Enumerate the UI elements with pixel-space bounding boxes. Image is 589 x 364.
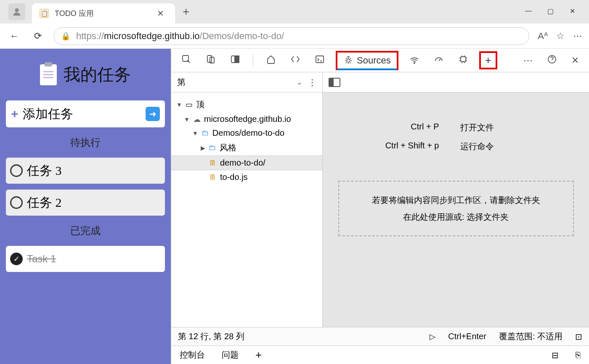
devtools-panel: Sources + ⋯ ✕ 第 ⌄ ⋮ ▼▭顶 ▼☁microsof xyxy=(171,49,589,364)
minimize-button[interactable]: — xyxy=(524,7,533,15)
sources-sub-bar: 第 ⌄ ⋮ xyxy=(171,72,589,92)
svg-rect-2 xyxy=(207,55,212,62)
more-button[interactable]: ⋯ xyxy=(573,31,582,42)
task-text: 任务 3 xyxy=(27,162,62,179)
devtools-tabs: Sources + ⋯ ✕ xyxy=(171,49,589,72)
run-icon[interactable]: ▷ xyxy=(430,332,435,341)
svg-rect-5 xyxy=(235,56,239,63)
tab-title: TODO 应用 xyxy=(55,8,154,18)
checkbox-checked-icon[interactable]: ✓ xyxy=(10,253,23,265)
source-map-icon[interactable]: ⊡ xyxy=(575,332,582,342)
todo-app: 我的任务 + 添加任务 ➜ 待执行 任务 3 任务 2 已完成 ✓ Task 1 xyxy=(0,49,171,364)
window-controls: — ▢ ✕ xyxy=(524,7,589,24)
shortcut-key: Ctrl + Shift + p xyxy=(368,141,439,152)
address-bar: ← ⟳ 🔒 https://microsoftedge.github.io/De… xyxy=(0,24,589,49)
sources-tab-label: Sources xyxy=(357,55,391,66)
svg-rect-9 xyxy=(461,57,466,62)
task-text: 任务 2 xyxy=(27,194,62,211)
dock-icon[interactable] xyxy=(227,52,244,69)
tree-path[interactable]: ▼🗀Demos/demo-to-do xyxy=(171,126,322,140)
lock-icon[interactable]: 🔒 xyxy=(61,32,70,41)
shortcut-key: Ctrl + P xyxy=(368,122,439,133)
plus-icon: + xyxy=(11,107,19,121)
shortcut-label: 打开文件 xyxy=(460,122,544,133)
checkbox-unchecked-icon[interactable] xyxy=(10,196,23,209)
more-options-icon[interactable]: ⋮ xyxy=(308,77,316,87)
back-button[interactable]: ← xyxy=(7,29,22,44)
network-tab-icon[interactable] xyxy=(406,52,423,69)
drawer-console-tab[interactable]: 控制台 xyxy=(180,349,205,361)
task-text: Task 1 xyxy=(27,253,56,265)
tree-file-html[interactable]: 🗎demo-to-do/ xyxy=(171,156,322,170)
tree-top[interactable]: ▼▭顶 xyxy=(171,97,322,112)
drawer-icon-1[interactable]: ⊟ xyxy=(552,350,559,360)
tree-folder[interactable]: ▶🗀风格 xyxy=(171,140,322,156)
browser-tab[interactable]: 📋 TODO 应用 ✕ xyxy=(32,3,175,24)
sources-tab[interactable]: Sources xyxy=(336,51,398,70)
performance-tab-icon[interactable] xyxy=(430,52,447,69)
tree-host[interactable]: ▼☁microsoftedge.github.io xyxy=(171,112,322,126)
read-aloud-button[interactable]: Aᴬ xyxy=(538,31,548,42)
tree-file-js[interactable]: 🗎to-do.js xyxy=(171,170,322,184)
dropdown-icon[interactable]: ⌄ xyxy=(297,78,302,86)
inspect-icon[interactable] xyxy=(178,52,195,69)
workspace-drop-zone[interactable]: 若要将编辑内容同步到工作区，请删除文件夹 在此处使用源或: 选择文件夹 xyxy=(338,181,574,236)
svg-point-8 xyxy=(414,63,415,63)
sources-subtab-label[interactable]: 第 xyxy=(177,76,291,88)
shortcut-label: 运行命令 xyxy=(460,141,544,152)
new-tab-button[interactable]: + xyxy=(175,5,197,24)
close-devtools-icon[interactable]: ✕ xyxy=(568,53,582,69)
tab-favicon: 📋 xyxy=(40,9,49,18)
profile-avatar[interactable] xyxy=(8,3,25,20)
console-tab-icon[interactable] xyxy=(311,52,328,69)
svg-point-7 xyxy=(347,59,350,62)
close-window-button[interactable]: ✕ xyxy=(568,7,576,15)
devtools-drawer: 控制台 问题 + ⊟ ⎘ xyxy=(171,346,589,364)
cursor-position: 第 12 行, 第 28 列 xyxy=(178,331,244,342)
memory-tab-icon[interactable] xyxy=(455,52,472,69)
coverage-label: 覆盖范围: 不适用 xyxy=(499,331,562,342)
elements-tab-icon[interactable] xyxy=(287,52,304,69)
add-task-label: 添加任务 xyxy=(23,106,141,123)
pending-section-label: 待执行 xyxy=(6,133,165,152)
welcome-tab-icon[interactable] xyxy=(263,52,279,69)
submit-task-button[interactable]: ➜ xyxy=(146,107,160,121)
url-text: https://microsoftedge.github.io/Demos/de… xyxy=(76,31,522,42)
editor-status-bar: 第 12 行, 第 28 列 ▷ Ctrl+Enter 覆盖范围: 不适用 ⊡ xyxy=(171,327,589,346)
file-tree: ▼▭顶 ▼☁microsoftedge.github.io ▼🗀Demos/de… xyxy=(171,92,323,327)
svg-rect-6 xyxy=(316,56,324,63)
app-header: 我的任务 xyxy=(6,55,165,95)
add-task-input[interactable]: + 添加任务 ➜ xyxy=(6,100,165,127)
editor-placeholder: Ctrl + P打开文件 Ctrl + Shift + p运行命令 若要将编辑内… xyxy=(323,92,589,327)
maximize-button[interactable]: ▢ xyxy=(546,7,555,15)
app-title: 我的任务 xyxy=(64,63,131,86)
task-item-completed[interactable]: ✓ Task 1 xyxy=(6,246,165,272)
favorite-button[interactable]: ☆ xyxy=(556,31,565,42)
drawer-add-tab[interactable]: + xyxy=(255,348,262,361)
drop-text-2: 在此处使用源或: 选择文件夹 xyxy=(356,208,556,225)
task-item[interactable]: 任务 3 xyxy=(6,158,165,184)
completed-section-label: 已完成 xyxy=(6,222,165,240)
drawer-icon-2[interactable]: ⎘ xyxy=(576,350,581,360)
window-titlebar: 📋 TODO 应用 ✕ + — ▢ ✕ xyxy=(0,0,589,24)
url-box[interactable]: 🔒 https://microsoftedge.github.io/Demos/… xyxy=(54,27,529,45)
task-item[interactable]: 任务 2 xyxy=(6,190,165,216)
help-icon[interactable] xyxy=(544,52,560,69)
toggle-navigator-icon[interactable] xyxy=(329,78,340,87)
device-toggle-icon[interactable] xyxy=(202,52,219,69)
tab-close-icon[interactable]: ✕ xyxy=(154,7,167,20)
clipboard-icon xyxy=(40,64,57,85)
settings-menu-icon[interactable]: ⋯ xyxy=(520,53,536,69)
drawer-issues-tab[interactable]: 问题 xyxy=(222,349,239,361)
more-tabs-button[interactable]: + xyxy=(479,51,497,69)
run-shortcut: Ctrl+Enter xyxy=(448,332,486,341)
checkbox-unchecked-icon[interactable] xyxy=(10,164,23,177)
svg-point-0 xyxy=(15,8,19,12)
drop-text-1: 若要将编辑内容同步到工作区，请删除文件夹 xyxy=(356,192,556,208)
refresh-button[interactable]: ⟳ xyxy=(30,29,45,44)
